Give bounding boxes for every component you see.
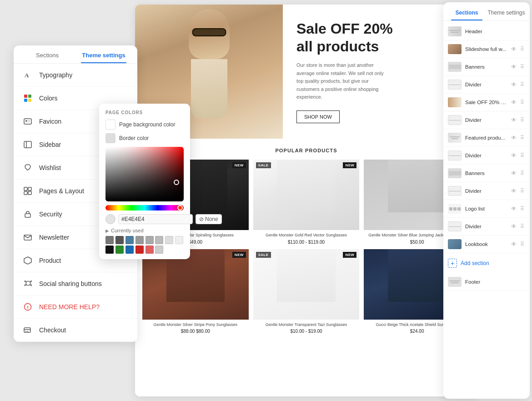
drag-icon-divider4[interactable]: ⠿	[519, 187, 525, 195]
hue-slider[interactable]	[105, 205, 184, 211]
page-background-row[interactable]: Page background color	[105, 120, 184, 130]
swatch-2[interactable]	[115, 236, 124, 244]
drag-icon-featured[interactable]: ⠿	[519, 134, 525, 142]
drag-icon-slideshow[interactable]: ⠿	[519, 45, 525, 53]
visibility-icon-sale[interactable]: 👁	[510, 98, 517, 106]
section-thumb-slideshow	[448, 44, 462, 54]
swatch-4[interactable]	[136, 236, 144, 244]
border-color-swatch[interactable]	[105, 133, 115, 143]
section-item-banners2[interactable]: Banners 👁 ⠿	[443, 165, 530, 182]
section-item-divider2[interactable]: Divider 👁 ⠿	[443, 111, 530, 129]
border-color-row[interactable]: Border color	[105, 133, 184, 143]
section-item-header[interactable]: Header	[443, 23, 530, 40]
swatch-5[interactable]	[146, 236, 154, 244]
section-thumb-lookbook	[448, 239, 462, 249]
visibility-icon-divider5[interactable]: 👁	[510, 222, 517, 231]
svg-rect-4	[28, 99, 31, 102]
shop-now-button[interactable]: SHOP NOW	[296, 110, 340, 123]
none-button[interactable]: ⊘ None	[196, 214, 222, 224]
drag-icon-divider2[interactable]: ⠿	[519, 116, 525, 124]
swatch-1[interactable]	[105, 236, 114, 244]
section-item-lookbook[interactable]: Lookbook 👁 ⠿	[443, 236, 530, 253]
swatch-6[interactable]	[155, 236, 163, 244]
product-card-4[interactable]: SALE NEW Gentle Monster Silver Stripe Po…	[142, 249, 249, 334]
svg-point-20	[27, 308, 28, 309]
svg-marker-17	[24, 257, 31, 264]
visibility-icon-divider2[interactable]: 👁	[510, 116, 517, 124]
hex-input[interactable]	[118, 214, 193, 224]
swatch-7[interactable]	[165, 236, 173, 244]
nav-help[interactable]: NEED MORE HELP?	[14, 296, 137, 319]
svg-rect-21	[24, 328, 30, 332]
svg-rect-5	[24, 119, 31, 124]
gradient-circle-handle[interactable]	[174, 180, 179, 185]
swatch-12[interactable]	[136, 246, 144, 254]
page-bg-swatch[interactable]	[105, 120, 115, 130]
section-item-divider1[interactable]: Divider 👁 ⠿	[443, 76, 530, 94]
svg-rect-3	[24, 99, 27, 102]
product-card-2[interactable]: SALE NEW Gentle Monster Gold Red Vector …	[253, 160, 360, 245]
svg-point-22	[25, 331, 26, 332]
swatch-14[interactable]	[155, 246, 163, 254]
visibility-icon-slideshow[interactable]: 👁	[510, 45, 517, 53]
section-item-banners1[interactable]: Banners 👁 ⠿	[443, 58, 530, 76]
section-item-logo[interactable]: Logo list 👁 ⠿	[443, 200, 530, 218]
section-item-featured[interactable]: Featured produ... 👁 ⠿	[443, 129, 530, 147]
product-price-2: $110.00 - $119.00	[253, 240, 360, 245]
product-card-5[interactable]: SALE NEW Gentle Monster Transparent Tazi…	[253, 249, 360, 334]
sections-list: Header Slideshow full w... 👁 ⠿ Banners 👁…	[443, 21, 530, 392]
section-name-sale: Sale OFF 20% all...	[465, 100, 508, 105]
svg-point-23	[27, 331, 28, 332]
section-name-featured: Featured produ...	[465, 135, 508, 140]
swatch-11[interactable]	[125, 246, 134, 254]
drag-icon-banners2[interactable]: ⠿	[519, 169, 525, 177]
visibility-icon-banners1[interactable]: 👁	[510, 63, 517, 71]
currently-used-row: ▶ Currently used	[105, 228, 184, 233]
product-badge-sale-2: SALE	[256, 162, 271, 168]
swatch-3[interactable]	[125, 236, 134, 244]
color-swatches-grid	[105, 236, 184, 254]
section-item-sale[interactable]: Sale OFF 20% all... 👁 ⠿	[443, 94, 530, 111]
add-section-item[interactable]: + Add section	[443, 253, 530, 273]
swatch-13[interactable]	[146, 246, 154, 254]
section-name-header: Header	[465, 29, 525, 34]
drag-icon-divider1[interactable]: ⠿	[519, 80, 525, 89]
section-actions-divider2: 👁 ⠿	[510, 116, 525, 124]
nav-social[interactable]: Social sharing buttons	[14, 272, 137, 296]
tab-theme-settings[interactable]: Theme settings	[75, 45, 132, 63]
drag-icon-divider5[interactable]: ⠿	[519, 222, 525, 231]
drag-icon-banners1[interactable]: ⠿	[519, 63, 525, 71]
section-item-divider4[interactable]: Divider 👁 ⠿	[443, 182, 530, 200]
expand-arrow-icon[interactable]: ▶	[105, 228, 109, 233]
visibility-icon-divider3[interactable]: 👁	[510, 151, 517, 160]
drag-icon-divider3[interactable]: ⠿	[519, 151, 525, 160]
right-tab-theme-settings[interactable]: Theme settings	[487, 2, 526, 20]
right-tab-sections[interactable]: Sections	[447, 2, 487, 20]
visibility-icon-logo[interactable]: 👁	[510, 205, 517, 213]
swatch-8[interactable]	[175, 236, 183, 244]
product-label: Product	[39, 257, 61, 264]
left-tab-bar: Sections Theme settings	[14, 45, 137, 64]
hue-thumb[interactable]	[177, 205, 183, 211]
drag-icon-lookbook[interactable]: ⠿	[519, 240, 525, 248]
visibility-icon-divider4[interactable]: 👁	[510, 187, 517, 195]
tab-sections[interactable]: Sections	[19, 45, 75, 63]
swatch-10[interactable]	[115, 246, 124, 254]
drag-icon-logo[interactable]: ⠿	[519, 205, 525, 213]
nav-typography[interactable]: A Typography	[14, 64, 137, 87]
section-item-footer[interactable]: Footer	[443, 273, 530, 291]
drag-icon-sale[interactable]: ⠿	[519, 98, 525, 106]
visibility-icon-divider1[interactable]: 👁	[510, 80, 517, 89]
security-label: Security	[39, 211, 62, 218]
section-item-slideshow[interactable]: Slideshow full w... 👁 ⠿	[443, 40, 530, 58]
section-actions-divider5: 👁 ⠿	[510, 222, 525, 231]
color-gradient-picker[interactable]	[105, 147, 184, 201]
section-item-divider5[interactable]: Divider 👁 ⠿	[443, 218, 530, 236]
section-item-divider3[interactable]: Divider 👁 ⠿	[443, 147, 530, 165]
visibility-icon-lookbook[interactable]: 👁	[510, 240, 517, 248]
wishlist-label: Wishlist	[39, 164, 61, 171]
swatch-9[interactable]	[105, 246, 114, 254]
visibility-icon-featured[interactable]: 👁	[510, 134, 517, 142]
nav-checkout[interactable]: Checkout	[14, 319, 137, 342]
visibility-icon-banners2[interactable]: 👁	[510, 169, 517, 177]
